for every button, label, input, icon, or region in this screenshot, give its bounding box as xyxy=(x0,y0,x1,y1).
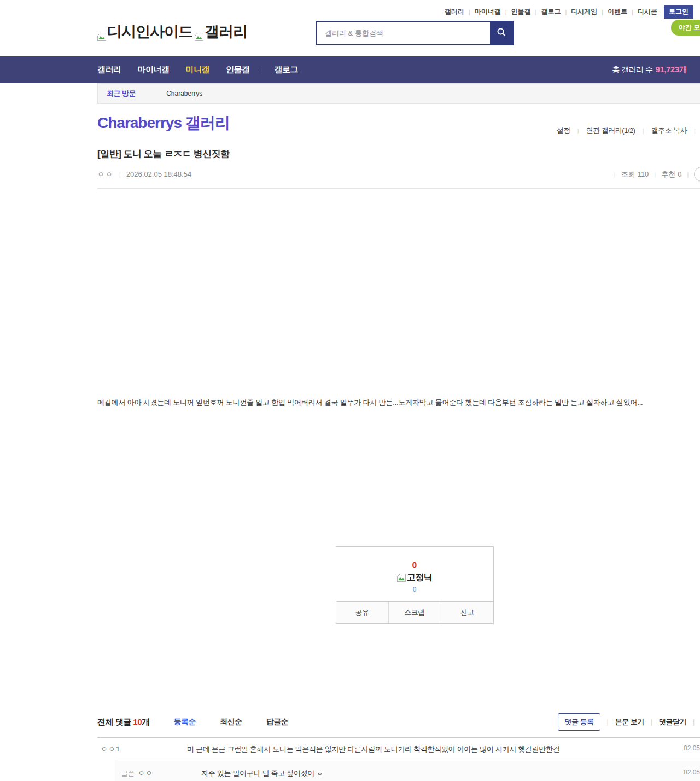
nav-divider xyxy=(262,66,262,74)
logo-text-dcinside: 디시인사이드 xyxy=(107,22,192,42)
register-comment-button[interactable]: 댓글 등록 xyxy=(558,713,600,731)
utilnav-event[interactable]: 이벤트 xyxy=(608,7,627,16)
comments-head: 전체 댓글 10개 등록순 최신순 답글순 댓글 등록 | 본문 보기 | 댓글… xyxy=(97,706,700,737)
post-date: 2026.02.05 18:48:54 xyxy=(126,170,191,178)
nav-item-mini-gallery[interactable]: 미니갤 xyxy=(186,65,210,75)
utilnav-minor-gallery[interactable]: 마이너갤 xyxy=(475,7,501,16)
broken-image-icon xyxy=(397,574,406,582)
copy-gallery-url-link[interactable]: 갤주소 복사 xyxy=(651,126,687,136)
breadcrumb: 최근 방문 Charaberrys xyxy=(97,83,700,104)
logo-text-gallery: 갤러리 xyxy=(205,22,247,42)
utilnav-dccon[interactable]: 디시콘 xyxy=(638,7,657,16)
utilnav-gallery[interactable]: 갤러리 xyxy=(445,7,464,16)
recommend-count: 0 xyxy=(678,170,681,178)
search-icon xyxy=(497,27,506,39)
page: 갤러리| 마이너갤| 인물갤| 갤로그| 디시게임| 이벤트| 디시콘 로그인 … xyxy=(0,0,700,781)
comment-date: 02.05 xyxy=(681,744,700,752)
breadcrumb-current-gallery[interactable]: Charaberrys xyxy=(166,90,202,97)
comments-count-button[interactable]: 댓글 10 xyxy=(694,167,700,182)
author-badge: 글쓴 xyxy=(121,770,135,777)
separator: | xyxy=(119,171,121,178)
comments-section: 전체 댓글 10개 등록순 최신순 답글순 댓글 등록 | 본문 보기 | 댓글… xyxy=(97,706,700,781)
fixed-nick-label: 고정닉 xyxy=(407,572,433,584)
login-button[interactable]: 로그인 xyxy=(664,5,693,19)
sort-tab-replies[interactable]: 답글순 xyxy=(266,717,289,727)
views-count: 110 xyxy=(638,170,649,178)
post-bottom-space xyxy=(97,408,700,546)
post: [일반] 도니 오늘 ㄹㅈㄷ 병신짓함 ㅇㅇ | 2026.02.05 18:4… xyxy=(97,148,700,706)
separator: | xyxy=(687,171,689,178)
post-meta: ㅇㅇ | 2026.02.05 18:48:54 | 조회 110 | 추천 0… xyxy=(97,167,700,189)
utilnav-person-gallery[interactable]: 인물갤 xyxy=(511,7,531,16)
separator: | xyxy=(602,9,603,15)
post-author[interactable]: ㅇㅇ xyxy=(97,170,114,179)
separator: | xyxy=(643,127,644,134)
main-nav: 갤러리 마이너갤 미니갤 인물갤 갤로그 총 갤러리 수 91,723개 xyxy=(0,56,700,83)
sort-tab-newest[interactable]: 최신순 xyxy=(220,717,242,727)
report-button[interactable]: 신고 xyxy=(441,602,493,623)
nav-item-gallog[interactable]: 갤로그 xyxy=(275,65,299,75)
reply-date: 02.05 1 xyxy=(681,768,700,776)
nav-item-gallery[interactable]: 갤러리 xyxy=(97,65,121,75)
post-meta-right: | 조회 110 | 추천 0 | 댓글 10 xyxy=(609,167,700,182)
settings-link[interactable]: 설정 xyxy=(557,126,570,136)
main-nav-items: 갤러리 마이너갤 미니갤 인물갤 갤로그 xyxy=(97,56,314,83)
comments-total-label: 전체 댓글 xyxy=(97,717,131,726)
share-button[interactable]: 공유 xyxy=(336,602,388,623)
post-body-text: 메갈에서 아아 시켰는데 도니꺼 앞번호꺼 도니껀줄 알고 한입 먹어버려서 결… xyxy=(97,397,700,408)
site-logo[interactable]: 디시인사이드 갤러리 xyxy=(97,22,247,42)
post-title: [일반] 도니 오늘 ㄹㅈㄷ 병신짓함 xyxy=(97,148,700,160)
comments-head-left: 전체 댓글 10개 등록순 최신순 답글순 xyxy=(97,717,288,727)
nav-item-person-gallery[interactable]: 인물갤 xyxy=(226,65,250,75)
search-bar xyxy=(316,21,514,45)
comment-list: ㅇㅇ1 머 근데 은근 그런일 흔해서 도니는 먹은적은 없지만 다른사람꺼 도… xyxy=(97,737,700,781)
separator: | xyxy=(469,9,470,15)
separator: | xyxy=(693,718,695,726)
separator: | xyxy=(694,127,696,134)
post-meta-left: ㅇㅇ | 2026.02.05 18:48:54 xyxy=(97,170,191,179)
reply-text: 자주 있는 일이구나 덜 죽고 싶어졌어 ㅎ xyxy=(201,768,681,778)
view-post-link[interactable]: 본문 보기 xyxy=(615,717,644,727)
separator: | xyxy=(632,9,633,15)
separator: | xyxy=(565,9,567,15)
recent-visit-link[interactable]: 최근 방문 xyxy=(107,89,136,98)
vote-top: 0 고정닉 0 xyxy=(336,547,493,601)
comment-author[interactable]: ㅇㅇ1 xyxy=(101,744,187,754)
comments-total-suffix: 개 xyxy=(142,717,150,726)
nav-item-minor-gallery[interactable]: 마이너갤 xyxy=(138,65,170,75)
gallery-links: 설정| 연관 갤러리(1/2)| 갤주소 복사| 이용 안내 xyxy=(557,126,700,136)
separator: | xyxy=(651,718,652,726)
separator: | xyxy=(654,171,656,178)
utilnav-dcgame[interactable]: 디시게임 xyxy=(571,7,597,16)
separator: | xyxy=(505,9,507,15)
search-button[interactable] xyxy=(490,22,512,44)
fixed-nick-count: 0 xyxy=(336,586,493,593)
total-gallery-label: 총 갤러리 수 xyxy=(612,65,652,75)
broken-image-icon xyxy=(195,28,203,36)
search-input[interactable] xyxy=(317,22,490,44)
vote-actions: 공유 스크랩 신고 xyxy=(336,601,493,623)
main-content: Charaberrys 갤러리 설정| 연관 갤러리(1/2)| 갤주소 복사|… xyxy=(97,104,700,781)
vote-box: 0 고정닉 0 공유 스크랩 신고 xyxy=(336,546,494,624)
sort-tab-registered[interactable]: 등록순 xyxy=(174,717,196,727)
utilnav-gallog[interactable]: 갤로그 xyxy=(541,7,561,16)
recommend-up-count: 0 xyxy=(336,560,493,569)
close-comments-link[interactable]: 댓글닫기 xyxy=(659,717,686,727)
pre-comments-space xyxy=(97,624,700,706)
reply-author-name: ㅇㅇ xyxy=(138,769,153,777)
related-galleries-link[interactable]: 연관 갤러리(1/2) xyxy=(586,126,635,136)
post-image-area xyxy=(97,189,700,397)
comments-head-right: 댓글 등록 | 본문 보기 | 댓글닫기 | xyxy=(558,713,700,731)
views-label: 조회 xyxy=(621,170,635,179)
night-mode-button[interactable]: 야간 모드 xyxy=(671,20,700,36)
recommend-button[interactable]: 고정닉 xyxy=(336,572,493,584)
total-gallery-number: 91,723개 xyxy=(656,65,687,75)
gallery-head: Charaberrys 갤러리 설정| 연관 갤러리(1/2)| 갤주소 복사|… xyxy=(97,104,700,140)
reply-author[interactable]: 글쓴ㅇㅇ xyxy=(121,768,201,778)
broken-image-icon xyxy=(97,28,106,36)
scrap-button[interactable]: 스크랩 xyxy=(388,602,441,623)
separator: | xyxy=(578,127,579,134)
comment-reply-row: 글쓴ㅇㅇ 자주 있는 일이구나 덜 죽고 싶어졌어 ㅎ 02.05 1 xyxy=(115,761,700,781)
comments-total: 전체 댓글 10개 xyxy=(97,717,150,727)
recommend-label: 추천 xyxy=(661,170,675,179)
